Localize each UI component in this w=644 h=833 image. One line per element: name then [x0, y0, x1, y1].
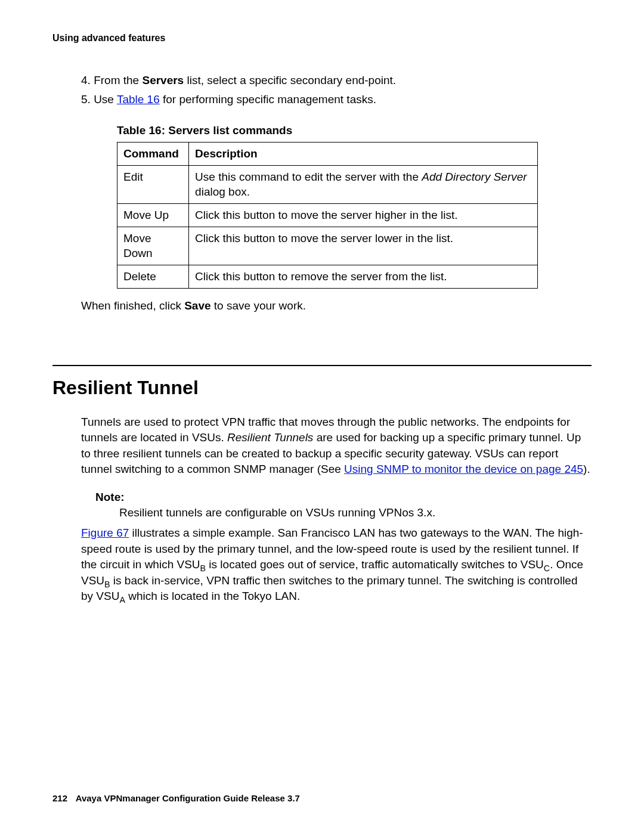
table-caption: Table 16: Servers list commands	[117, 124, 538, 137]
bold-text: Servers	[142, 74, 184, 86]
note-label: Note:	[95, 491, 592, 504]
text: is located goes out of service, traffic …	[206, 558, 544, 571]
cmd-cell: Move Down	[117, 227, 189, 265]
desc-cell: Click this button to move the server low…	[189, 227, 538, 265]
italic-text: Add Directory Server	[422, 171, 527, 183]
table-row: Edit Use this command to edit the server…	[117, 165, 538, 203]
col-description: Description	[189, 143, 538, 166]
table-16-link[interactable]: Table 16	[117, 93, 160, 106]
text: which is located in the Tokyo LAN.	[125, 590, 300, 602]
text: Use	[94, 93, 117, 106]
step-number: 5.	[81, 93, 91, 106]
table-header-row: Command Description	[117, 143, 538, 166]
table-row: Move Down Click this button to move the …	[117, 227, 538, 265]
table-row: Delete Click this button to remove the s…	[117, 265, 538, 288]
subscript: C	[544, 563, 550, 573]
text: Use this command to edit the server with…	[195, 171, 422, 183]
bold-text: Save	[184, 299, 210, 312]
text: for performing specific management tasks…	[160, 93, 376, 106]
page: Using advanced features 4. From the Serv…	[0, 0, 644, 833]
page-number: 212	[52, 793, 67, 803]
section-heading: Resilient Tunnel	[52, 377, 592, 399]
text: dialog box.	[195, 185, 250, 198]
col-command: Command	[117, 143, 189, 166]
desc-cell: Use this command to edit the server with…	[189, 165, 538, 203]
running-header: Using advanced features	[52, 33, 592, 44]
table-row: Move Up Click this button to move the se…	[117, 204, 538, 227]
step-number: 4.	[81, 74, 91, 86]
text: When finished, click	[81, 299, 184, 312]
after-table-text: When finished, click Save to save your w…	[81, 299, 592, 312]
servers-commands-table: Command Description Edit Use this comman…	[117, 142, 538, 288]
step-list: 4. From the Servers list, select a speci…	[81, 72, 592, 107]
desc-cell: Click this button to remove the server f…	[189, 265, 538, 288]
snmp-link[interactable]: Using SNMP to monitor the device on page…	[344, 463, 583, 475]
subscript: B	[104, 580, 110, 589]
text: From the	[94, 74, 142, 86]
step-4: 4. From the Servers list, select a speci…	[81, 72, 592, 89]
note-text: Resilient tunnels are configurable on VS…	[119, 506, 592, 519]
table-wrapper: Table 16: Servers list commands Command …	[117, 124, 538, 288]
cmd-cell: Delete	[117, 265, 189, 288]
page-footer: 212 Avaya VPNmanager Configuration Guide…	[52, 793, 300, 803]
step-5: 5. Use Table 16 for performing specific …	[81, 91, 592, 108]
italic-text: Resilient Tunnels	[227, 431, 313, 444]
text: to save your work.	[211, 299, 306, 312]
footer-title: Avaya VPNmanager Configuration Guide Rel…	[76, 793, 300, 803]
paragraph-2: Figure 67 illustrates a simple example. …	[81, 525, 592, 605]
subscript: B	[200, 563, 206, 573]
subscript: A	[119, 595, 125, 605]
desc-cell: Click this button to move the server hig…	[189, 204, 538, 227]
section-rule	[52, 365, 592, 366]
paragraph-1: Tunnels are used to protect VPN traffic …	[81, 414, 592, 478]
text: ).	[583, 463, 590, 475]
cmd-cell: Move Up	[117, 204, 189, 227]
text: list, select a specific secondary end-po…	[184, 74, 396, 86]
step-list-container: 4. From the Servers list, select a speci…	[81, 72, 592, 107]
note-block: Note: Resilient tunnels are configurable…	[95, 491, 592, 519]
cmd-cell: Edit	[117, 165, 189, 203]
figure-67-link[interactable]: Figure 67	[81, 527, 129, 539]
